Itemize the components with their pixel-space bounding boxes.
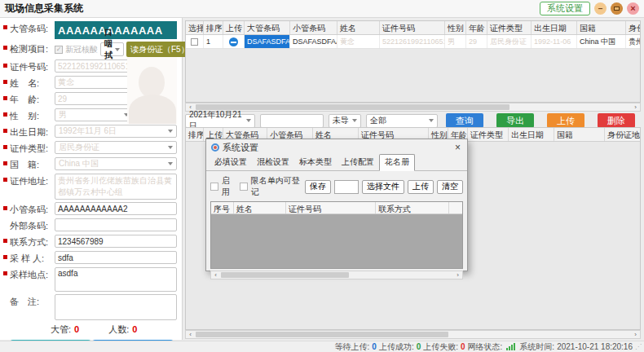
dialog-save-button[interactable]: 保存 (305, 180, 331, 194)
table-row[interactable]: 1 DSAFASDFAAAS DSAFASDFAAAS1 黄念 52212619… (186, 35, 640, 49)
id-photo (127, 57, 177, 124)
scroll-right-icon[interactable]: › (631, 331, 640, 338)
tab-upload-config[interactable]: 上传配置 (337, 155, 379, 170)
dialog-clear-button[interactable]: 清空 (437, 180, 463, 194)
age-field[interactable] (55, 92, 133, 105)
id-type-row: 证件类型: 居民身份证 (3, 141, 177, 155)
birth-date-picker[interactable]: 1992年11月 6日 (55, 125, 177, 138)
roster-controls: 启用 限名单内可登记 保存 选择文件 上传 清空 (206, 171, 467, 201)
tab-sample-type[interactable]: 标本类型 (294, 155, 337, 170)
col-header-id-type[interactable]: 证件类型 (468, 128, 509, 141)
system-settings-button[interactable]: 系统设置 (540, 2, 590, 15)
nationality-select[interactable]: China 中国 (55, 157, 177, 170)
scrollbar-thumb[interactable] (221, 272, 349, 278)
scrollbar-track[interactable] (220, 271, 453, 279)
required-marker (3, 46, 7, 50)
small-barcode-field[interactable] (55, 202, 177, 215)
gender-select[interactable]: 男 (55, 108, 133, 121)
row-birth-date-cell: 1992-11-06 (532, 35, 577, 48)
read-id-card-button[interactable]: 读身份证（F5） (126, 42, 193, 57)
sampler-field[interactable] (55, 251, 177, 264)
all-filter-select[interactable]: 全部 (366, 114, 438, 128)
dialog-upload-button[interactable]: 上传 (408, 180, 434, 194)
col-header-upload[interactable]: 上传 (223, 21, 245, 34)
query-button[interactable]: 查询 (446, 113, 483, 128)
scroll-left-icon[interactable]: ‹ (186, 331, 195, 338)
birth-date-value: 1992年11月 6日 (59, 125, 117, 137)
col-header-order[interactable]: 排序 (186, 128, 204, 141)
col-header-main-barcode[interactable]: 大管条码 (245, 21, 290, 34)
enable-checkbox[interactable] (210, 183, 218, 191)
current-batch-table: 选择 排序 上传 大管条码 小管条码 姓名 证件号码 性别 年龄 证件类型 出生… (185, 20, 641, 103)
external-barcode-field[interactable] (55, 218, 177, 231)
id-type-select[interactable]: 居民身份证 (55, 141, 177, 154)
col-header-age[interactable]: 年龄 (466, 21, 487, 34)
search-input[interactable] (260, 114, 324, 128)
col-header-birth-date[interactable]: 出生日期 (509, 128, 554, 141)
col-header-id-number[interactable]: 证件号码 (380, 21, 445, 34)
covid-checkbox[interactable]: ✓ (55, 46, 63, 54)
tab-roster[interactable]: 花名册 (379, 154, 415, 171)
file-path-input[interactable] (334, 180, 359, 194)
resize-grip[interactable]: ⋰ (635, 343, 642, 350)
id-type-label: 证件类型: (10, 141, 55, 155)
row-checkbox[interactable] (191, 38, 198, 46)
tab-mixed-test-settings[interactable]: 混检设置 (252, 155, 294, 170)
top-table-hscrollbar[interactable]: ‹ › (185, 103, 641, 112)
upload-failed-value: 0 (461, 342, 465, 351)
delete-button[interactable]: 删除 (598, 113, 635, 128)
col-header-id-number[interactable]: 证件号码 (286, 202, 376, 213)
col-header-select[interactable]: 选择 (186, 21, 204, 34)
row-order-cell: 1 (204, 35, 223, 48)
col-header-birth-date[interactable]: 出生日期 (532, 21, 577, 34)
col-header-contact[interactable]: 联系方式 (376, 202, 449, 213)
col-header-gender[interactable]: 性别 (445, 21, 466, 34)
tab-required-settings[interactable]: 必填设置 (210, 155, 252, 170)
export-button[interactable]: 导出 (496, 113, 534, 128)
calendar-dropdown-icon (168, 130, 173, 133)
restrict-checkbox[interactable] (240, 183, 248, 191)
photo-head-shape (139, 67, 165, 98)
close-button[interactable]: × (627, 2, 639, 15)
swab-type-select[interactable]: 口咽拭子 (100, 42, 124, 56)
col-header-id-address[interactable]: 身份证地址 (626, 21, 641, 34)
scroll-right-icon[interactable]: › (631, 103, 640, 111)
col-header-id-type[interactable]: 证件类型 (487, 21, 532, 34)
minimize-button[interactable]: – (594, 2, 607, 15)
remark-field[interactable] (55, 294, 177, 320)
maximize-button[interactable] (611, 2, 623, 15)
required-marker (3, 145, 7, 149)
scrollbar-track[interactable] (195, 103, 631, 111)
roster-table-hscrollbar[interactable]: ‹ › (210, 271, 463, 279)
scroll-right-icon[interactable]: › (453, 271, 462, 279)
id-address-field[interactable]: 贵州省务川仡佬族苗族自治县黄都镇万云村中心组 (55, 174, 177, 200)
id-number-field[interactable] (55, 59, 133, 73)
gender-value: 男 (59, 109, 67, 121)
contact-field[interactable] (55, 235, 177, 248)
person-count-value: 0 (132, 324, 137, 334)
upload-filter-select[interactable]: 未导 (329, 114, 361, 128)
col-header-order[interactable]: 排序 (204, 21, 223, 34)
chevron-down-icon (168, 162, 173, 165)
col-header-nationality[interactable]: 国籍 (554, 128, 605, 141)
scroll-left-icon[interactable]: ‹ (211, 271, 220, 279)
scrollbar-thumb[interactable] (196, 332, 448, 337)
col-header-small-barcode[interactable]: 小管条码 (290, 21, 337, 34)
select-file-button[interactable]: 选择文件 (362, 180, 404, 194)
col-header-index[interactable]: 序号 (211, 202, 234, 213)
scrollbar-track[interactable] (195, 331, 631, 338)
name-field[interactable] (55, 76, 133, 89)
row-main-barcode-cell[interactable]: DSAFASDFAAAS (245, 35, 290, 48)
main-barcode-field[interactable]: AAAAAAAAAAAAA (55, 21, 177, 39)
col-header-name[interactable]: 姓名 (234, 202, 286, 213)
bottom-table-hscrollbar[interactable]: ‹ › (185, 330, 641, 339)
upload-button[interactable]: 上传 (547, 113, 584, 128)
col-header-name[interactable]: 姓名 (337, 21, 380, 34)
col-header-id-address[interactable]: 身份证地址 (605, 128, 641, 141)
sampling-place-field[interactable]: asdfa (55, 267, 177, 292)
date-picker[interactable]: 2021年10月21日 (185, 114, 255, 128)
dialog-close-icon[interactable]: × (453, 142, 462, 153)
col-header-nationality[interactable]: 国籍 (577, 21, 626, 34)
upload-status-icon[interactable] (229, 37, 238, 46)
external-barcode-label: 外部条码: (10, 218, 55, 232)
